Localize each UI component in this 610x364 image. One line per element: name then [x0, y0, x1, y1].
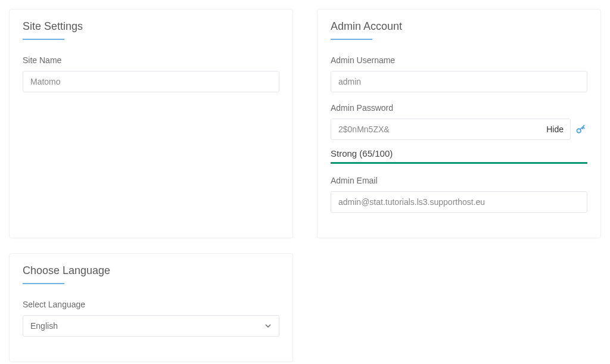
admin-username-field: Admin Username [331, 55, 587, 92]
choose-language-card: Choose Language Select Language English [9, 253, 293, 362]
title-underline [23, 283, 64, 284]
title-underline [331, 39, 372, 40]
hide-password-toggle[interactable]: Hide [546, 125, 564, 134]
site-name-field: Site Name [23, 55, 279, 92]
admin-email-label: Admin Email [331, 176, 587, 185]
select-language-field: Select Language English [23, 300, 279, 337]
admin-account-card: Admin Account Admin Username Admin Passw… [317, 9, 601, 238]
admin-username-label: Admin Username [331, 55, 587, 65]
password-strength-bar [331, 162, 587, 164]
site-settings-card: Site Settings Site Name [9, 9, 293, 238]
admin-password-label: Admin Password [331, 103, 587, 113]
admin-password-field: Admin Password Hide Strong (65/100) [331, 103, 587, 164]
admin-account-title: Admin Account [331, 20, 587, 33]
key-icon[interactable] [574, 123, 587, 136]
choose-language-title: Choose Language [23, 265, 279, 277]
empty-cell [317, 253, 601, 362]
site-settings-title: Site Settings [23, 20, 279, 33]
admin-email-field: Admin Email [331, 176, 587, 213]
select-language-input[interactable]: English [23, 315, 279, 337]
site-name-label: Site Name [23, 55, 279, 65]
admin-username-input[interactable] [331, 71, 587, 92]
site-name-input[interactable] [23, 71, 279, 92]
select-language-label: Select Language [23, 300, 279, 309]
admin-password-input[interactable] [331, 119, 571, 140]
title-underline [23, 39, 64, 40]
password-strength-label: Strong (65/100) [331, 148, 587, 158]
admin-email-input[interactable] [331, 191, 587, 213]
